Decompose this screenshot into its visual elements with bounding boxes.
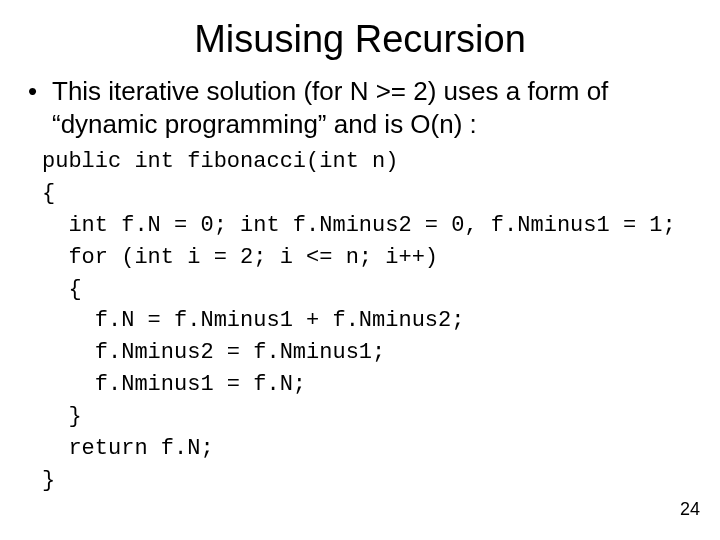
code-line: } [42, 468, 55, 493]
code-line: f.Nminus1 = f.N; [42, 372, 306, 397]
slide-title: Misusing Recursion [28, 18, 692, 61]
page-number: 24 [680, 499, 700, 520]
code-line: } [42, 404, 82, 429]
code-block: public int fibonacci(int n) { int f.N = … [42, 146, 692, 497]
code-line: public int fibonacci(int n) [42, 149, 398, 174]
code-line: for (int i = 2; i <= n; i++) [42, 245, 438, 270]
slide: Misusing Recursion This iterative soluti… [0, 0, 720, 540]
code-line: f.Nminus2 = f.Nminus1; [42, 340, 385, 365]
code-line: { [42, 181, 55, 206]
code-line: f.N = f.Nminus1 + f.Nminus2; [42, 308, 464, 333]
code-line: return f.N; [42, 436, 214, 461]
code-line: int f.N = 0; int f.Nminus2 = 0, f.Nminus… [42, 213, 676, 238]
bullet-text: This iterative solution (for N >= 2) use… [28, 75, 692, 140]
code-line: { [42, 277, 82, 302]
